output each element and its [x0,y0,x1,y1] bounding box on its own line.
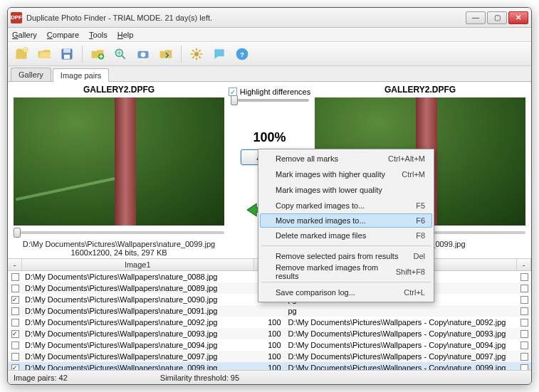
app-icon: DPF [11,12,22,23]
row-path-right: D:\My Documents\Pictures\Wallpapers - Co… [286,329,518,338]
row-checkbox-left[interactable]: ✓ [11,296,19,304]
statusbar: Image pairs: 42 Similarity threshold: 95 [8,370,531,384]
row-similarity: 100 [254,341,286,349]
left-zoom-slider[interactable] [14,231,224,234]
menu-item[interactable]: Remove selected pairs from resultsDel [260,248,432,264]
right-gallery-name: GALLERY2.DPFG [384,85,456,95]
close-button[interactable]: ✕ [508,11,528,24]
similarity-percent: 100% [253,130,286,145]
menu-compare[interactable]: Compare [47,31,79,39]
open-gallery-icon[interactable] [35,45,53,63]
left-image-preview[interactable] [14,97,224,226]
row-path-right: D:\My Documents\Pictures\Wallpapers - Co… [286,364,518,370]
table-row[interactable]: D:\My Documents\Pictures\Wallpapers\natu… [8,305,531,317]
row-path-left: D:\My Documents\Pictures\Wallpapers\natu… [22,341,254,349]
table-row[interactable]: D:\My Documents\Pictures\Wallpapers\natu… [8,351,531,362]
titlebar: DPF Duplicate Photo Finder - TRIAL MODE.… [8,8,531,28]
row-similarity: 100 [254,352,286,361]
settings-icon[interactable] [187,45,206,63]
row-path-right: D:\My Documents\Pictures\Wallpapers - Co… [286,341,518,349]
left-panel: GALLERY2.DPFG D:\My Documents\Pictures\W… [14,85,224,257]
actions-context-menu[interactable]: Remove all marksCtrl+Alt+MMark images wi… [258,149,434,302]
row-path-left: D:\My Documents\Pictures\Wallpapers\natu… [22,364,254,370]
maximize-button[interactable]: ▢ [487,11,507,24]
compare-icon[interactable] [111,45,130,63]
row-path-right: pg [286,307,518,315]
table-row[interactable]: ✓D:\My Documents\Pictures\Wallpapers\nat… [8,328,531,339]
menu-gallery[interactable]: Gallery [12,31,37,39]
help-icon[interactable]: ? [233,45,251,63]
row-checkbox-left[interactable] [11,273,19,281]
table-row[interactable]: D:\My Documents\Pictures\Wallpapers\natu… [8,339,531,351]
row-checkbox-right[interactable] [520,353,528,361]
row-checkbox-right[interactable] [520,307,528,315]
left-image-meta: 1600x1200, 24 bits, 297 KB [70,248,167,257]
row-checkbox-right[interactable] [520,330,528,338]
row-path-left: D:\My Documents\Pictures\Wallpapers\natu… [22,284,254,292]
row-path-left: D:\My Documents\Pictures\Wallpapers\natu… [22,307,254,315]
minimize-button[interactable]: — [466,11,486,24]
menu-item[interactable]: Copy marked images to...F5 [260,198,432,213]
row-similarity: 100 [254,318,286,327]
col-image1[interactable]: Image1 [22,259,254,270]
menu-help[interactable]: Help [117,31,134,39]
col-check1[interactable]: - [8,259,22,270]
row-checkbox-left[interactable] [11,307,19,315]
tabstrip: Gallery Image pairs [8,66,531,82]
left-gallery-name: GALLERY2.DPFG [83,85,155,95]
row-checkbox-right[interactable] [520,319,528,327]
row-path-left: D:\My Documents\Pictures\Wallpapers\natu… [22,352,254,361]
svg-rect-2 [63,48,70,53]
svg-point-8 [194,51,199,56]
row-checkbox-right[interactable] [520,364,528,371]
menu-item[interactable]: Mark images with higher qualityCtrl+M [260,166,432,182]
row-checkbox-left[interactable] [11,285,19,292]
camera-icon[interactable] [134,45,152,63]
tab-gallery[interactable]: Gallery [11,68,51,81]
row-similarity: 100 [254,364,286,370]
row-similarity: 100 [254,329,286,338]
menu-item[interactable]: Mark images with lower quality [260,182,432,198]
row-path-left: D:\My Documents\Pictures\Wallpapers\natu… [22,272,254,281]
row-path-right: D:\My Documents\Pictures\Wallpapers - Co… [286,318,518,327]
status-pairs: Image pairs: 42 [14,374,68,382]
menu-item[interactable]: Remove marked images from resultsShift+F… [260,264,432,280]
save-gallery-icon[interactable] [58,45,76,63]
col-check2[interactable]: - [517,259,531,270]
row-path-left: D:\My Documents\Pictures\Wallpapers\natu… [22,318,254,327]
tab-image-pairs[interactable]: Image pairs [53,68,109,82]
status-threshold: Similarity threshold: 95 [160,374,239,382]
row-path-right: D:\My Documents\Pictures\Wallpapers - Co… [286,352,518,361]
row-checkbox-left[interactable] [11,319,19,327]
export-icon[interactable] [157,45,175,63]
new-gallery-icon[interactable] [12,45,31,63]
toolbar: ? [8,42,531,66]
menu-item[interactable]: Delete marked image filesF8 [260,228,432,243]
row-checkbox-right[interactable] [520,341,528,349]
menubar: Gallery Compare Tools Help [8,28,531,42]
svg-text:?: ? [240,51,244,58]
row-path-left: D:\My Documents\Pictures\Wallpapers\natu… [22,295,254,304]
svg-point-7 [141,52,146,57]
window-title: Duplicate Photo Finder - TRIAL MODE. 21 … [26,14,466,22]
feedback-icon[interactable] [210,45,229,63]
highlight-label: Highlight differences [240,88,310,96]
row-checkbox-right[interactable] [520,296,528,304]
svg-rect-3 [64,54,70,58]
row-checkbox-right[interactable] [520,285,528,292]
add-folder-icon[interactable] [88,45,107,63]
row-checkbox-left[interactable]: ✓ [11,330,19,338]
row-checkbox-left[interactable] [11,341,19,349]
left-image-path: D:\My Documents\Pictures\Wallpapers\natu… [23,240,215,248]
table-row[interactable]: D:\My Documents\Pictures\Wallpapers\natu… [8,317,531,328]
menu-item[interactable]: Remove all marksCtrl+Alt+M [260,151,432,166]
row-checkbox-right[interactable] [520,273,528,281]
row-checkbox-left[interactable] [11,353,19,361]
row-checkbox-left[interactable]: ✓ [11,364,19,371]
row-path-left: D:\My Documents\Pictures\Wallpapers\natu… [22,329,254,338]
menu-item[interactable]: Save comparison log...Ctrl+L [260,285,432,300]
menu-item[interactable]: Move marked images to...F6 [260,213,432,228]
menu-tools[interactable]: Tools [89,31,108,39]
table-row[interactable]: ✓D:\My Documents\Pictures\Wallpapers\nat… [8,362,531,370]
highlight-slider[interactable] [231,99,309,102]
